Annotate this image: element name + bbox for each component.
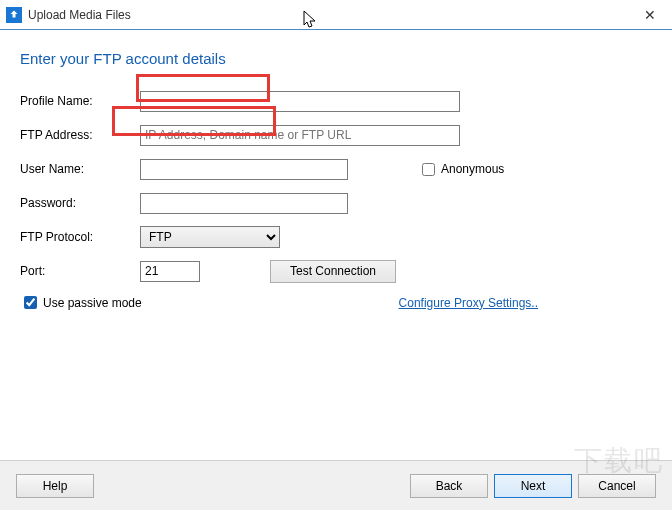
app-icon [6, 7, 22, 23]
anonymous-label: Anonymous [441, 162, 504, 176]
anonymous-checkbox-wrap[interactable]: Anonymous [418, 160, 504, 179]
port-input[interactable] [140, 261, 200, 282]
back-button[interactable]: Back [410, 474, 488, 498]
close-icon: ✕ [644, 7, 656, 23]
passive-mode-label: Use passive mode [43, 296, 142, 310]
anonymous-checkbox[interactable] [422, 163, 435, 176]
user-name-input[interactable] [140, 159, 348, 180]
profile-name-input[interactable] [140, 91, 460, 112]
help-button[interactable]: Help [16, 474, 94, 498]
test-connection-button[interactable]: Test Connection [270, 260, 396, 283]
cancel-button[interactable]: Cancel [578, 474, 656, 498]
content-area: Enter your FTP account details Profile N… [0, 30, 672, 457]
ftp-address-label: FTP Address: [20, 128, 140, 142]
page-heading: Enter your FTP account details [20, 50, 652, 67]
passive-mode-checkbox[interactable] [24, 296, 37, 309]
password-input[interactable] [140, 193, 348, 214]
window-title: Upload Media Files [28, 8, 628, 22]
title-bar: Upload Media Files ✕ [0, 0, 672, 30]
next-button[interactable]: Next [494, 474, 572, 498]
footer-bar: Help Back Next Cancel [0, 460, 672, 510]
ftp-protocol-select[interactable]: FTP [140, 226, 280, 248]
passive-mode-wrap[interactable]: Use passive mode [20, 293, 142, 312]
configure-proxy-link[interactable]: Configure Proxy Settings.. [399, 296, 538, 310]
user-name-label: User Name: [20, 162, 140, 176]
close-button[interactable]: ✕ [628, 0, 672, 30]
profile-name-label: Profile Name: [20, 94, 140, 108]
ftp-protocol-label: FTP Protocol: [20, 230, 140, 244]
password-label: Password: [20, 196, 140, 210]
ftp-address-input[interactable] [140, 125, 460, 146]
port-label: Port: [20, 264, 140, 278]
